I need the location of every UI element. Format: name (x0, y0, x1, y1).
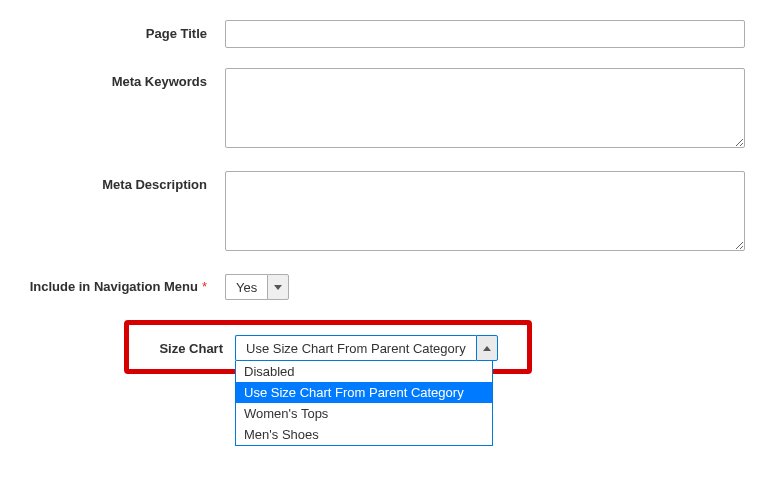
size-chart-highlight: Size Chart Use Size Chart From Parent Ca… (124, 320, 532, 374)
size-chart-toggle[interactable] (476, 335, 498, 361)
field-meta-keywords: Meta Keywords (0, 68, 749, 151)
form-container: Page Title Meta Keywords Meta Descriptio… (0, 0, 779, 394)
chevron-down-icon (274, 285, 282, 290)
meta-keywords-textarea[interactable] (225, 68, 745, 148)
size-chart-value: Use Size Chart From Parent Category (235, 335, 476, 361)
include-nav-menu-select[interactable]: Yes (225, 274, 289, 300)
size-chart-option-womens-tops[interactable]: Women's Tops (236, 403, 492, 424)
size-chart-options: Disabled Use Size Chart From Parent Cate… (235, 361, 493, 446)
page-title-input[interactable] (225, 20, 745, 48)
field-size-chart: Size Chart Use Size Chart From Parent Ca… (143, 335, 513, 361)
label-include-nav-menu: Include in Navigation Menu* (0, 279, 225, 296)
field-include-nav-menu: Include in Navigation Menu* Yes (0, 274, 749, 300)
field-meta-description: Meta Description (0, 171, 749, 254)
label-page-title: Page Title (0, 20, 225, 43)
required-icon: * (202, 279, 207, 294)
size-chart-option-mens-shoes[interactable]: Men's Shoes (236, 424, 492, 445)
meta-description-textarea[interactable] (225, 171, 745, 251)
label-meta-description: Meta Description (0, 171, 225, 194)
size-chart-option-disabled[interactable]: Disabled (236, 361, 492, 382)
include-nav-menu-value: Yes (225, 274, 267, 300)
include-nav-menu-toggle[interactable] (267, 274, 289, 300)
chevron-up-icon (483, 346, 491, 351)
size-chart-option-parent[interactable]: Use Size Chart From Parent Category (236, 382, 492, 403)
label-meta-keywords: Meta Keywords (0, 68, 225, 91)
field-page-title: Page Title (0, 20, 749, 48)
size-chart-select[interactable]: Use Size Chart From Parent Category Disa… (235, 335, 498, 361)
label-size-chart: Size Chart (143, 341, 235, 356)
